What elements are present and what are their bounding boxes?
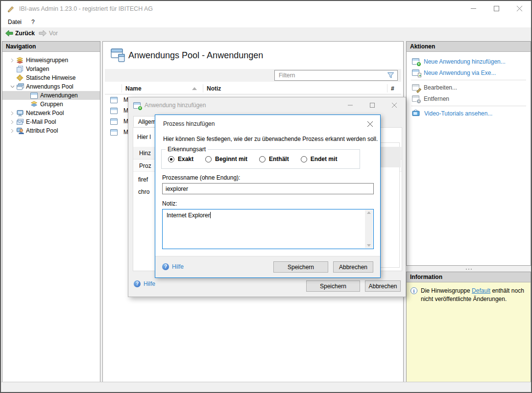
clipped-process-row[interactable]: chro [138, 188, 149, 195]
dialog-title-bar: Anwendung hinzufügen [128, 97, 406, 113]
cancel-button[interactable]: Abbrechen [365, 280, 401, 292]
column-name[interactable]: Name [125, 85, 142, 92]
app-logo-icon [7, 5, 15, 13]
navigation-tree: Hinweisgruppen Vorlagen Statische Hinwei… [2, 52, 100, 135]
applications-icon [110, 48, 126, 63]
column-notiz[interactable]: Notiz [207, 85, 221, 92]
note-label: Notiz: [162, 200, 177, 207]
radio-enthaelt[interactable]: Enthält [259, 156, 289, 162]
clipped-process-row[interactable]: firef [138, 176, 148, 183]
window-icon [30, 92, 38, 99]
help-link[interactable]: ? Hilfe [162, 263, 184, 270]
process-name-input[interactable] [162, 183, 374, 194]
chevron-down-icon[interactable] [9, 85, 16, 89]
menu-datei[interactable]: Datei [3, 16, 26, 27]
actions-panel: Aktionen Neue Anwendung hinzufügen... Ne… [406, 41, 531, 266]
save-button[interactable]: Speichern [273, 261, 328, 273]
clipped-column-header[interactable]: Proz [139, 162, 151, 169]
sidebar-item-attribut-pool[interactable]: Attribut Pool [2, 126, 100, 135]
filter-input[interactable] [275, 71, 387, 79]
sidebar-item-statische-hinweise[interactable]: Statische Hinweise [2, 73, 100, 82]
close-icon[interactable] [383, 98, 405, 112]
filter-funnel-icon[interactable] [387, 72, 394, 79]
action-video-tutorials[interactable]: Video-Tutorials ansehen... [407, 108, 531, 119]
dialog-description: Hier können Sie festlegen, wie der zu üb… [163, 136, 378, 142]
sort-ascending-icon [192, 87, 197, 90]
action-remove[interactable]: Entfernen [407, 93, 531, 104]
windows-stack-icon [16, 83, 24, 90]
envelope-icon [16, 118, 24, 125]
sidebar-item-anwendungs-pool[interactable]: Anwendungs Pool [2, 82, 100, 91]
information-header: Information [407, 272, 531, 282]
scroll-down-icon[interactable] [367, 244, 371, 247]
sidebar-item-anwendungen[interactable]: Anwendungen [2, 91, 100, 100]
separator [411, 106, 526, 106]
documents-icon [16, 66, 24, 72]
help-link[interactable]: ? Hilfe [134, 280, 155, 287]
filter-field[interactable] [274, 70, 398, 81]
video-icon [412, 109, 420, 118]
maximize-icon[interactable] [361, 98, 383, 112]
chevron-right-icon[interactable] [9, 129, 16, 133]
scroll-up-icon[interactable] [367, 211, 371, 214]
back-button[interactable]: Zurück [5, 30, 35, 37]
dialog-footer: ? Hilfe Speichern Abbrechen [155, 256, 380, 277]
chevron-right-icon[interactable] [9, 111, 16, 116]
help-icon: ? [134, 280, 141, 287]
action-add-application[interactable]: Neue Anwendung hinzufügen... [407, 56, 531, 67]
person-icon [16, 127, 24, 134]
tab-allgemein[interactable]: Allgem [133, 116, 155, 127]
cancel-button[interactable]: Abbrechen [333, 261, 373, 273]
add-process-dialog: Prozess hinzufügen Hier können Sie festl… [155, 115, 381, 278]
close-icon[interactable] [508, 1, 531, 16]
radio-icon [301, 156, 307, 162]
scrollbar[interactable] [365, 210, 373, 248]
sidebar-item-netzwerk-pool[interactable]: Netzwerk Pool [2, 109, 100, 117]
radio-beginnt-mit[interactable]: Beginnt mit [205, 156, 247, 162]
action-edit[interactable]: Bearbeiten... [407, 82, 531, 93]
information-panel: Information i Die Hinweisgruppe Default … [406, 272, 531, 382]
radio-endet-mit[interactable]: Endet mit [301, 156, 338, 162]
dialog-title: Anwendung hinzufügen [145, 102, 206, 109]
note-field[interactable]: Internet Explorer [162, 209, 374, 249]
save-button[interactable]: Speichern [306, 280, 360, 292]
text-caret [210, 212, 211, 218]
chevron-right-icon[interactable] [9, 120, 16, 124]
window-icon [110, 129, 118, 136]
navigation-header: Navigation [2, 42, 100, 52]
chevron-right-icon[interactable] [9, 58, 16, 63]
process-name-label: Prozessname (ohne Endung): [162, 174, 240, 181]
app-window: IBI-aws Admin 1.23.0 - registriert für I… [0, 0, 532, 393]
column-count[interactable]: # [391, 85, 394, 92]
radio-exakt[interactable]: Exakt [168, 156, 193, 162]
information-text: Die Hinweisgruppe Default enthält noch n… [421, 287, 527, 382]
groupbox-label: Erkennungsart [166, 146, 208, 153]
minimize-icon[interactable] [462, 1, 485, 16]
monitor-icon [16, 110, 24, 116]
forward-button[interactable]: Vor [39, 30, 58, 37]
page-title: Anwendungs Pool - Anwendungen [128, 50, 263, 61]
sidebar-item-email-pool[interactable]: E-Mail Pool [2, 117, 100, 126]
sidebar-item-gruppen[interactable]: Gruppen [2, 100, 100, 109]
clipped-add-button[interactable]: Hinz [139, 150, 151, 157]
window-title: IBI-aws Admin 1.23.0 - registriert für I… [19, 5, 153, 12]
sidebar-item-hinweisgruppen[interactable]: Hinweisgruppen [2, 56, 100, 65]
maximize-icon[interactable] [485, 1, 508, 16]
help-icon: ? [162, 263, 169, 270]
panel-splitter[interactable] [406, 267, 531, 272]
sidebar-item-vorlagen[interactable]: Vorlagen [2, 65, 100, 73]
window-exe-add-icon [412, 69, 419, 76]
window-icon [110, 97, 118, 103]
menu-help[interactable]: ? [26, 16, 40, 27]
information-body: i Die Hinweisgruppe Default enthält noch… [407, 282, 531, 382]
status-bar [1, 382, 531, 392]
info-icon: i [411, 287, 417, 294]
minimize-icon[interactable] [339, 98, 361, 112]
close-icon[interactable] [364, 119, 375, 129]
filter-bar [105, 69, 401, 82]
actions-header: Aktionen [407, 42, 531, 52]
action-add-application-via-exe[interactable]: Neue Anwendung via Exe... [407, 67, 531, 78]
default-group-link[interactable]: Default [472, 287, 490, 294]
clipped-description: Hier l [137, 134, 151, 140]
title-bar: IBI-aws Admin 1.23.0 - registriert für I… [1, 1, 531, 16]
